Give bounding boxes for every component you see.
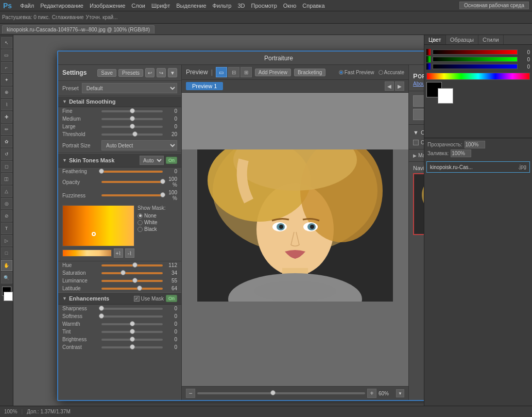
tool-history-brush[interactable]: ↺ — [1, 148, 12, 160]
tool-type[interactable]: T — [1, 223, 12, 234]
single-view-button[interactable]: ▭ — [216, 67, 227, 77]
redo-button[interactable]: ↪ — [157, 68, 166, 77]
background-swatch[interactable] — [438, 88, 453, 104]
skin-on-badge[interactable]: On — [166, 157, 177, 164]
fill-input[interactable] — [451, 149, 471, 157]
preview-nav-left[interactable]: ◀ — [385, 81, 394, 91]
tool-eraser[interactable]: ◻ — [1, 161, 12, 172]
menu-font[interactable]: Шрифт — [151, 3, 170, 9]
show-mask-none[interactable]: None — [138, 213, 165, 219]
workspace-selector[interactable]: Основная рабочая среда — [459, 2, 529, 9]
zoom-slider-thumb[interactable] — [270, 390, 276, 395]
active-layer-indicator[interactable]: kinopoisk.ru-Cas... .jpg — [426, 161, 530, 173]
blue-slider-track[interactable] — [433, 64, 518, 69]
tool-eyedropper[interactable]: ⌇ — [1, 99, 12, 110]
show-mask-white[interactable]: White — [138, 220, 165, 225]
tool-crop[interactable]: ⊕ — [1, 87, 12, 98]
menu-filter[interactable]: Фильтр — [213, 3, 232, 9]
zoom-out-button[interactable]: − — [186, 389, 195, 398]
contrast-slider-thumb[interactable] — [130, 344, 135, 349]
tool-pen[interactable]: ⊘ — [1, 210, 12, 222]
luminance-slider-thumb[interactable] — [132, 278, 138, 283]
tool-move[interactable]: ↖ — [1, 37, 12, 48]
ps-document-tab[interactable]: kinopoisk.ru-Cascada-1049776--w--800.jpg… — [2, 25, 155, 34]
tool-clone[interactable]: ✿ — [1, 136, 12, 147]
zoom-dropdown[interactable]: ▼ — [396, 389, 404, 397]
menu-view[interactable]: Просмотр — [251, 3, 277, 9]
hue-strip[interactable] — [62, 249, 112, 257]
tool-shape[interactable]: □ — [1, 247, 12, 259]
menu-layers[interactable]: Слои — [131, 3, 145, 9]
tool-heal[interactable]: ✚ — [1, 111, 12, 123]
tool-select-rect[interactable]: ▭ — [1, 49, 12, 61]
menu-file[interactable]: Файл — [20, 3, 34, 9]
tool-gradient[interactable]: ◫ — [1, 173, 12, 185]
latitude-slider-thumb[interactable] — [137, 286, 142, 291]
tool-hand[interactable]: ✋ — [1, 260, 12, 271]
green-slider-track[interactable] — [433, 57, 518, 62]
enhancements-toggle[interactable]: ▼ — [62, 296, 67, 301]
styles-panel-tab[interactable]: Стили — [478, 35, 504, 44]
red-slider-track[interactable] — [433, 49, 518, 55]
save-button[interactable]: Save — [97, 69, 116, 77]
none-radio[interactable] — [138, 213, 143, 219]
accurate-radio-circle[interactable] — [379, 70, 383, 75]
menu-edit[interactable]: Редактирование — [40, 3, 83, 9]
use-mask-checkbox-box[interactable]: ✓ — [134, 296, 140, 302]
opacity-input[interactable] — [465, 141, 485, 148]
large-slider-thumb[interactable] — [130, 124, 135, 129]
samples-panel-tab[interactable]: Образцы — [446, 35, 478, 44]
add-preview-button[interactable]: Add Preview — [255, 69, 291, 76]
cancel-button[interactable]: Cancel — [413, 109, 424, 120]
warmth-slider-thumb[interactable] — [130, 321, 135, 326]
tool-zoom[interactable]: 🔍 — [1, 272, 12, 283]
mask-preview-arrow[interactable]: ▶ — [413, 153, 417, 158]
hue-slider-thumb[interactable] — [132, 262, 138, 268]
bracketing-button[interactable]: Bracketing — [294, 69, 325, 76]
fast-preview-radio-circle[interactable] — [339, 70, 344, 75]
menu-select[interactable]: Выделение — [176, 3, 206, 9]
detail-smoothing-toggle[interactable]: ▼ — [62, 99, 67, 104]
presets-button[interactable]: Presets — [118, 69, 143, 77]
tint-slider-thumb[interactable] — [130, 329, 135, 334]
fuzziness-slider-thumb[interactable] — [160, 192, 165, 197]
tool-dodge[interactable]: ◎ — [1, 198, 12, 209]
color-gradient-box[interactable] — [62, 205, 134, 246]
menu-window[interactable]: Окно — [283, 3, 297, 9]
brightness-slider-thumb[interactable] — [130, 337, 135, 342]
accurate-radio[interactable]: Accurate — [379, 70, 404, 75]
skin-mode-select[interactable]: Auto — [140, 156, 164, 165]
skin-toggle[interactable]: ▼ — [62, 158, 67, 163]
split-view-button[interactable]: ⊟ — [228, 67, 239, 77]
tool-magic-wand[interactable]: ✦ — [1, 74, 12, 86]
menu-help[interactable]: Справка — [302, 3, 324, 9]
preview-nav-right[interactable]: ▶ — [395, 81, 404, 91]
fine-slider-thumb[interactable] — [130, 108, 135, 113]
ok-button[interactable]: OK — [413, 95, 424, 107]
medium-slider-thumb[interactable] — [130, 116, 135, 121]
side-by-side-button[interactable]: ⊞ — [241, 67, 252, 77]
saturation-slider-thumb[interactable] — [121, 270, 126, 275]
opacity-slider-thumb[interactable] — [160, 179, 165, 184]
tool-lasso[interactable]: ⌐ — [1, 62, 12, 73]
preset-select[interactable]: Default — [82, 83, 177, 93]
settings-menu-button[interactable]: ▼ — [168, 68, 177, 77]
color-spectrum-bar[interactable] — [426, 73, 530, 80]
tool-path-select[interactable]: ▷ — [1, 235, 12, 246]
feathering-slider-thumb[interactable] — [99, 169, 104, 174]
transparency-checkbox[interactable] — [413, 140, 419, 145]
zoom-in-button[interactable]: + — [367, 389, 376, 398]
show-mask-black[interactable]: Black — [138, 226, 165, 232]
use-mask-checkbox[interactable]: ✓ Use Mask — [134, 296, 164, 302]
enhancements-on-badge[interactable]: On — [166, 295, 177, 302]
eyedropper-add-button[interactable]: +⌇ — [114, 248, 123, 258]
color-panel-tab[interactable]: Цвет — [424, 35, 446, 44]
black-radio[interactable] — [138, 227, 143, 232]
eyedropper-remove-button[interactable]: -⌇ — [125, 248, 134, 258]
about-link[interactable]: About — [413, 81, 424, 87]
navigator-thumbnail[interactable] — [413, 173, 424, 235]
tool-brush[interactable]: ✏ — [1, 124, 12, 135]
menu-image[interactable]: Изображение — [90, 3, 125, 9]
portrait-size-select[interactable]: Auto Detect — [101, 140, 177, 151]
fast-preview-radio[interactable]: Fast Preview — [339, 70, 374, 75]
